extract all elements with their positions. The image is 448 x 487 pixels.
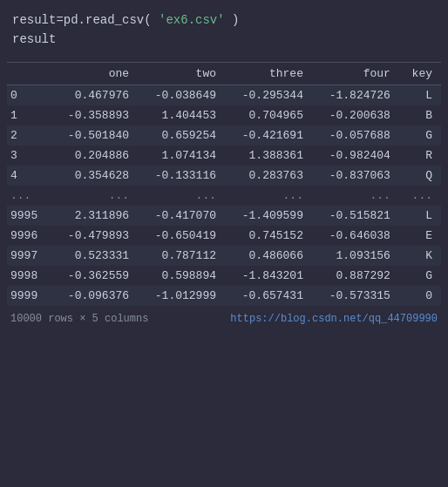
cell-key: E	[399, 226, 441, 246]
cell-three: 0.283763	[225, 166, 312, 186]
cell-one: -0.358893	[51, 105, 138, 125]
cell-one: -0.362559	[51, 266, 138, 286]
row-count-label: 10000 rows × 5 columns	[10, 313, 148, 325]
table-row: 99970.5233310.7871120.4860661.093156K	[7, 246, 441, 266]
code-prefix: result=pd.read_csv(	[12, 13, 159, 27]
cell-one: 2.311896	[51, 206, 138, 226]
code-line-1: result=pd.read_csv( 'ex6.csv' )	[12, 10, 436, 30]
cell-two: -0.417070	[138, 206, 225, 226]
cell-key: L	[399, 206, 441, 226]
cell-one: ...	[51, 186, 138, 206]
table-row: 9996-0.479893-0.6504190.745152-0.646038E	[7, 226, 441, 246]
dataframe-table-section: one two three four key 00.467976-0.03864…	[0, 62, 448, 335]
cell-four: -0.573315	[312, 286, 399, 306]
cell-idx: 3	[7, 145, 51, 166]
cell-idx: 9997	[7, 246, 51, 266]
cell-one: 0.523331	[51, 246, 138, 266]
footer-url: https://blog.csdn.net/qq_44709990	[230, 313, 438, 325]
cell-four: -0.837063	[312, 166, 399, 186]
table-row: 9999-0.096376-1.012999-0.657431-0.573315…	[7, 286, 441, 306]
cell-one: -0.501840	[51, 125, 138, 145]
cell-two: 1.074134	[138, 145, 225, 166]
col-header-two: two	[138, 62, 225, 85]
cell-one: -0.096376	[51, 286, 138, 306]
cell-four: -0.057688	[312, 125, 399, 145]
table-row: 00.467976-0.038649-0.295344-1.824726L	[7, 85, 441, 105]
col-header-index	[7, 62, 51, 85]
col-header-four: four	[312, 62, 399, 85]
cell-idx: 0	[7, 85, 51, 105]
code-suffix: )	[225, 13, 240, 27]
code-line-2: result	[12, 30, 436, 49]
cell-key: L	[399, 85, 441, 105]
cell-key: G	[399, 125, 441, 145]
cell-four: -1.824726	[312, 85, 399, 105]
col-header-three: three	[225, 62, 312, 85]
cell-two: 0.598894	[138, 266, 225, 286]
cell-key: R	[399, 145, 441, 166]
cell-idx: ...	[7, 186, 51, 206]
cell-three: -0.295344	[225, 85, 312, 105]
cell-two: 1.404453	[138, 105, 225, 125]
table-header-row: one two three four key	[7, 62, 441, 85]
cell-two: ...	[138, 186, 225, 206]
cell-idx: 9995	[7, 206, 51, 226]
cell-four: -0.646038	[312, 226, 399, 246]
cell-three: -1.409599	[225, 206, 312, 226]
table-row: 2-0.5018400.659254-0.421691-0.057688G	[7, 125, 441, 145]
cell-one: 0.467976	[51, 85, 138, 105]
cell-four: -0.200638	[312, 105, 399, 125]
cell-four: 1.093156	[312, 246, 399, 266]
cell-four: 0.887292	[312, 266, 399, 286]
cell-key: Q	[399, 166, 441, 186]
cell-key: K	[399, 246, 441, 266]
table-row: 30.2048861.0741341.388361-0.982404R	[7, 145, 441, 166]
table-row: 1-0.3588931.4044530.704965-0.200638B	[7, 105, 441, 125]
col-header-key: key	[399, 62, 441, 85]
cell-key: ...	[399, 186, 441, 206]
cell-two: -0.133116	[138, 166, 225, 186]
cell-four: ...	[312, 186, 399, 206]
cell-idx: 9996	[7, 226, 51, 246]
cell-idx: 1	[7, 105, 51, 125]
cell-two: 0.659254	[138, 125, 225, 145]
cell-two: 0.787112	[138, 246, 225, 266]
cell-three: 0.486066	[225, 246, 312, 266]
dataframe-table: one two three four key 00.467976-0.03864…	[7, 62, 441, 306]
cell-one: 0.354628	[51, 166, 138, 186]
cell-idx: 4	[7, 166, 51, 186]
cell-three: -1.843201	[225, 266, 312, 286]
cell-idx: 2	[7, 125, 51, 145]
col-header-one: one	[51, 62, 138, 85]
cell-key: B	[399, 105, 441, 125]
table-row: 99952.311896-0.417070-1.409599-0.515821L	[7, 206, 441, 226]
cell-three: -0.657431	[225, 286, 312, 306]
cell-three: -0.421691	[225, 125, 312, 145]
cell-three: ...	[225, 186, 312, 206]
cell-one: -0.479893	[51, 226, 138, 246]
cell-idx: 9999	[7, 286, 51, 306]
code-block: result=pd.read_csv( 'ex6.csv' ) result	[0, 0, 448, 62]
table-row: 9998-0.3625590.598894-1.8432010.887292G	[7, 266, 441, 286]
cell-key: 0	[399, 286, 441, 306]
cell-four: -0.982404	[312, 145, 399, 166]
table-footer: 10000 rows × 5 columns https://blog.csdn…	[7, 306, 441, 328]
cell-two: -0.650419	[138, 226, 225, 246]
code-string: 'ex6.csv'	[159, 13, 225, 27]
cell-key: G	[399, 266, 441, 286]
cell-idx: 9998	[7, 266, 51, 286]
cell-two: -1.012999	[138, 286, 225, 306]
cell-three: 1.388361	[225, 145, 312, 166]
cell-two: -0.038649	[138, 85, 225, 105]
cell-three: 0.704965	[225, 105, 312, 125]
table-row: 40.354628-0.1331160.283763-0.837063Q	[7, 166, 441, 186]
cell-three: 0.745152	[225, 226, 312, 246]
table-row: ..................	[7, 186, 441, 206]
cell-one: 0.204886	[51, 145, 138, 166]
cell-four: -0.515821	[312, 206, 399, 226]
